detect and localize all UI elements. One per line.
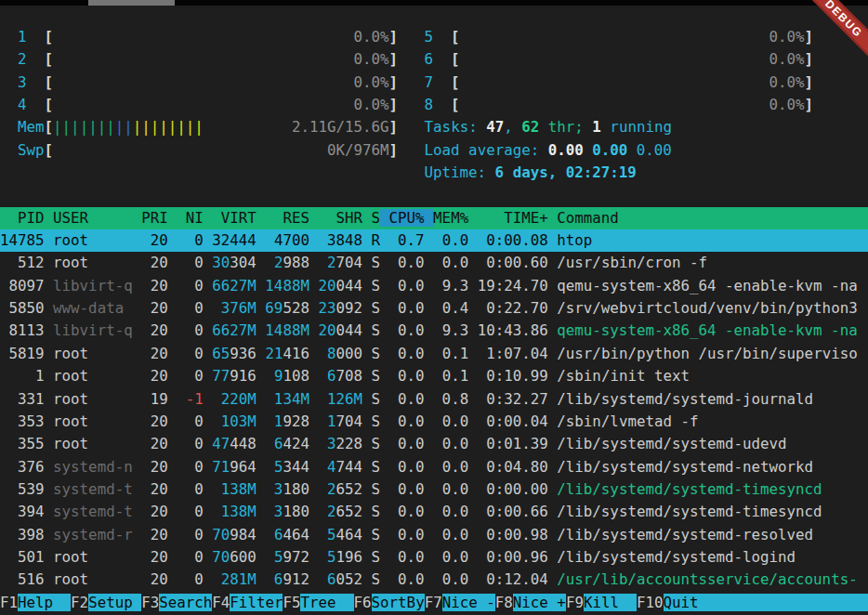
col-header-pri[interactable]: PRI [133, 209, 168, 227]
time: 0:01.39 [468, 435, 548, 452]
mem-percent: 0.0 [425, 548, 469, 566]
virt: 70 [212, 548, 230, 566]
command: qemu-system-x86_64 -enable-kvm -na [548, 277, 858, 294]
cpu6-bar-close: ] [805, 50, 814, 68]
shr: 3 [318, 231, 335, 249]
mem-percent: 0.0 [425, 412, 469, 430]
process-row-398[interactable]: 398 systemd-r 20 0 70984 6464 5464 S 0.0… [0, 524, 868, 546]
process-row-539[interactable]: 539 systemd-t 20 0 138M 3180 2652 S 0.0 … [0, 478, 868, 501]
swp-bar-close: ] [389, 141, 399, 159]
fnkey-f6[interactable]: F6SortBy [354, 594, 425, 611]
cpu2-bar-open: [ [45, 50, 54, 68]
process-row-501[interactable]: 501 root 20 0 70600 5972 5196 S 0.0 0.0 … [0, 546, 868, 569]
cpu3-bar-close: ] [389, 73, 399, 91]
cpu-percent: 0.0 [380, 254, 425, 271]
process-row-376[interactable]: 376 systemd-n 20 0 71964 5344 4744 S 0.0… [0, 456, 868, 478]
cpu7-bar-open: [ [451, 73, 460, 91]
cpu-percent: 0.0 [380, 503, 425, 520]
mem-percent: 0.0 [425, 503, 469, 520]
fnkey-f5[interactable]: F5Tree [283, 594, 353, 611]
nice: -1 [168, 390, 204, 408]
col-header-cpu[interactable]: CPU% [380, 209, 433, 227]
cpu2-label: 2 [18, 50, 27, 68]
time: 0:00.00 [468, 480, 548, 498]
cpu8-label: 8 [425, 96, 434, 113]
fnkey-f2[interactable]: F2Setup [71, 594, 141, 611]
virt: 138M [212, 503, 256, 520]
process-row-512[interactable]: 512 root 20 0 30304 2988 2704 S 0.0 0.0 … [0, 252, 868, 274]
process-row-5819[interactable]: 5819 root 20 0 65936 21416 8000 S 0.0 0.… [0, 343, 868, 365]
res: 134M [265, 390, 309, 408]
load-5min: 0.00 [584, 141, 628, 159]
load-1min: 0.00 [548, 141, 584, 159]
nice: 0 [168, 435, 204, 452]
process-row-14785[interactable]: 14785 root 20 0 32444 4700 3848 R 0.7 0.… [0, 229, 868, 252]
cpu7-value: 0.0% [460, 73, 805, 91]
process-row-331[interactable]: 331 root 19 -1 220M 134M 126M S 0.0 0.8 … [0, 388, 868, 411]
command: /sbin/init text [548, 367, 690, 385]
virt: 376M [212, 299, 256, 317]
col-header-user[interactable]: USER [45, 209, 133, 227]
col-header-time[interactable]: TIME+ [468, 209, 548, 227]
col-header-ni[interactable]: NI [168, 209, 204, 227]
process-row-516[interactable]: 516 root 20 0 281M 6912 6052 S 0.0 0.0 0… [0, 569, 868, 591]
col-header-res[interactable]: RES [256, 209, 309, 227]
table-header: PID USER PRI NI VIRT RES SHR S CPU% MEM%… [0, 207, 868, 229]
res: 2 [265, 254, 283, 271]
cpu6-value: 0.0% [460, 50, 805, 68]
res: 6 [265, 435, 283, 452]
load-15min: 0.00 [627, 141, 672, 159]
priority: 20 [133, 526, 168, 543]
process-row-353[interactable]: 353 root 20 0 103M 1928 1704 S 0.0 0.0 0… [0, 411, 868, 433]
process-row-5850[interactable]: 5850 www-data 20 0 376M 69528 23092 S 0.… [0, 297, 868, 320]
process-row-394[interactable]: 394 systemd-t 20 0 138M 3180 2652 S 0.0 … [0, 501, 868, 523]
cpu-percent: 0.0 [380, 570, 425, 588]
cpu1-bar-open: [ [45, 28, 54, 46]
cpu4-bar-close: ] [389, 96, 399, 113]
shr: 8 [318, 345, 335, 362]
cpu-percent: 0.0 [380, 345, 425, 362]
shr: 126M [318, 390, 362, 408]
fnkey-f8[interactable]: F8Nice + [495, 594, 566, 611]
fnkey-f7[interactable]: F7Nice - [425, 594, 495, 611]
time: 0:00.96 [468, 548, 548, 566]
cpu3-bar-open: [ [45, 73, 54, 91]
res: 1488M [265, 321, 309, 339]
process-row-355[interactable]: 355 root 20 0 47448 6424 3228 S 0.0 0.0 … [0, 433, 868, 455]
fnkey-f1[interactable]: F1Help [0, 594, 71, 611]
mem-percent: 0.0 [425, 254, 469, 271]
col-header-virt[interactable]: VIRT [204, 209, 256, 227]
command: /usr/lib/accountsservice/accounts- [548, 570, 858, 588]
pid: 376 [0, 458, 45, 476]
col-header-pid[interactable]: PID [0, 209, 45, 227]
col-header-command[interactable]: Command [548, 209, 619, 227]
cpu-percent: 0.7 [380, 231, 425, 249]
fnkey-f10[interactable]: F10Quit [637, 594, 868, 611]
cpu-percent: 0.0 [380, 321, 425, 339]
process-row-8097[interactable]: 8097 libvirt-q 20 0 6627M 1488M 20044 S … [0, 275, 868, 297]
nice: 0 [168, 412, 204, 430]
cpu-meter-line-3: 3 [ 0.0%] 7 [ 0.0%] [0, 72, 868, 94]
time: 10:43.86 [468, 321, 548, 339]
state: S [362, 321, 380, 339]
virt: 103M [212, 412, 256, 430]
virt: 6627M [212, 321, 256, 339]
mem-pipes-blue: || [115, 118, 133, 136]
state: S [362, 345, 380, 362]
time: 0:12.04 [468, 570, 548, 588]
pid: 5850 [0, 299, 45, 317]
fnkey-f9-key: F9 [566, 594, 584, 611]
fnkey-f4-label: Filter [230, 594, 283, 611]
state: S [362, 412, 380, 430]
fnkey-f9[interactable]: F9Kill [566, 594, 637, 611]
cpu2-value: 0.0% [53, 50, 388, 68]
col-header-mem[interactable]: MEM% [433, 209, 468, 227]
process-row-1[interactable]: 1 root 20 0 77916 9108 6708 S 0.0 0.1 0:… [0, 365, 868, 387]
col-header-s[interactable]: S [362, 209, 380, 227]
col-header-shr[interactable]: SHR [309, 209, 362, 227]
time: 0:32.27 [468, 390, 548, 408]
process-row-8113[interactable]: 8113 libvirt-q 20 0 6627M 1488M 20044 S … [0, 320, 868, 342]
fnkey-f3[interactable]: F3Search [141, 594, 212, 611]
tab-strip-segment [88, 0, 175, 6]
fnkey-f4[interactable]: F4Filter [212, 594, 283, 611]
